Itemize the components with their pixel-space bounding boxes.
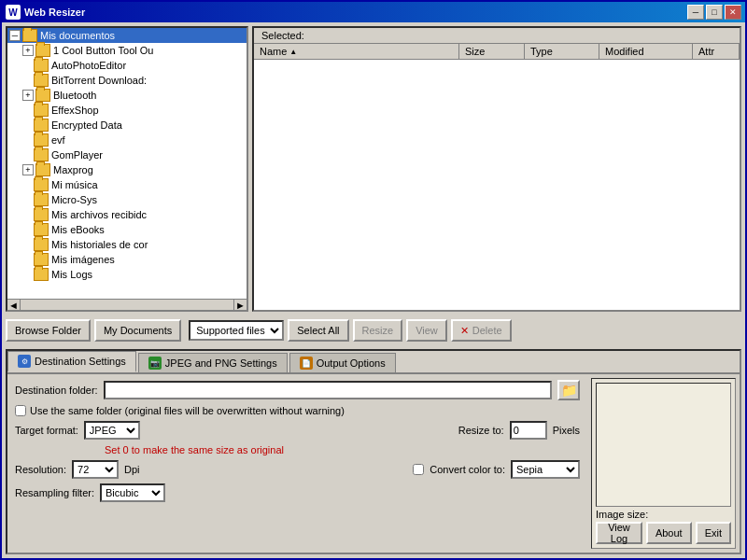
list-item[interactable]: Micro-Sys (7, 192, 247, 207)
tab-destination-label: Destination Settings (35, 356, 126, 367)
delete-label: Delete (472, 325, 502, 336)
resize-to-input[interactable] (510, 421, 547, 440)
main-window: W Web Resizer ─ □ ✕ ─ Mis documentos (0, 0, 747, 560)
item-label: Micro-Sys (51, 194, 97, 205)
folder-icon (34, 208, 49, 221)
list-item[interactable]: Encrypted Data (7, 118, 247, 133)
column-header-size[interactable]: Size (459, 44, 525, 59)
exit-label: Exit (705, 527, 722, 539)
resampling-row: Resampling filter: Bicubic Bilinear Near… (15, 483, 580, 502)
file-filter-select[interactable]: Supported files All files JPEG files PNG… (190, 321, 282, 340)
list-item[interactable]: Mis historiales de cor (7, 237, 247, 252)
convert-color-label: Convert color to: (430, 464, 505, 475)
item-label: Mis imágenes (51, 254, 115, 265)
titlebar: W Web Resizer ─ □ ✕ (2, 2, 745, 22)
browse-folder-button[interactable]: Browse Folder (6, 319, 91, 342)
tree-root[interactable]: ─ Mis documentos (7, 28, 247, 43)
titlebar-buttons: ─ □ ✕ (687, 5, 741, 20)
restore-button[interactable]: □ (706, 5, 723, 20)
list-item[interactable]: + Maxprog (7, 162, 247, 177)
target-format-label: Target format: (15, 425, 78, 436)
hint-text: Set 0 to make the same size as original (105, 444, 284, 455)
exit-button[interactable]: Exit (696, 522, 731, 544)
tab-output[interactable]: 📄 Output Options (289, 353, 396, 372)
tab-jpeg-label: JPEG and PNG Settings (165, 357, 277, 369)
scroll-left-btn[interactable]: ◄ (7, 300, 21, 310)
item-label: GomPlayer (51, 149, 103, 161)
destination-settings-content: Destination folder: 📁 Use the same folde… (7, 374, 587, 553)
item-expander[interactable]: + (22, 90, 34, 101)
image-size-label: Image size: (596, 509, 648, 520)
list-item[interactable]: Mis eBooks (7, 222, 247, 237)
scroll-right-btn[interactable]: ► (233, 300, 247, 310)
file-tree-scroll[interactable]: ─ Mis documentos + 1 Cool Button Tool Ou… (7, 28, 247, 299)
jpeg-tab-icon: 📷 (148, 357, 162, 370)
file-list-body (254, 60, 740, 310)
item-label: Bluetooth (53, 90, 96, 101)
tab-output-label: Output Options (317, 357, 386, 369)
view-log-button[interactable]: View Log (596, 522, 642, 544)
list-item[interactable]: BitTorrent Download: (7, 73, 247, 88)
convert-color-select[interactable]: Sepia Grayscale None (511, 460, 580, 479)
same-folder-checkbox[interactable] (15, 405, 26, 416)
my-documents-label: My Documents (104, 325, 172, 336)
preview-area (596, 383, 731, 507)
dpi-label: Dpi (124, 464, 140, 475)
close-button[interactable]: ✕ (725, 5, 741, 20)
my-documents-button[interactable]: My Documents (94, 319, 181, 342)
folder-icon (34, 238, 49, 251)
list-item[interactable]: + Bluetooth (7, 88, 247, 103)
folder-icon (34, 193, 49, 206)
folder-icon (35, 44, 50, 57)
column-header-type[interactable]: Type (525, 44, 599, 59)
root-expander[interactable]: ─ (9, 30, 21, 41)
folder-icon (35, 163, 50, 176)
column-header-name[interactable]: Name ▲ (254, 44, 459, 59)
list-item[interactable]: GomPlayer (7, 147, 247, 162)
file-filter-dropdown[interactable]: Supported files All files JPEG files PNG… (189, 320, 284, 341)
list-item[interactable]: Mis Logs (7, 267, 247, 282)
item-label: Mi música (51, 179, 98, 190)
destination-folder-input[interactable] (104, 381, 552, 399)
list-item[interactable]: AutoPhotoEditor (7, 58, 247, 73)
item-label: Mis eBooks (51, 224, 105, 235)
convert-color-checkbox[interactable] (413, 464, 424, 475)
item-expander[interactable]: + (22, 164, 34, 175)
list-item[interactable]: + 1 Cool Button Tool Ou (7, 43, 247, 58)
root-folder-icon (22, 29, 37, 42)
list-item[interactable]: Mis archivos recibidc (7, 207, 247, 222)
folder-browse-button[interactable]: 📁 (557, 380, 580, 400)
resolution-select[interactable]: 72 96 150 300 (72, 460, 119, 479)
item-expander[interactable]: + (22, 45, 34, 56)
resize-button[interactable]: Resize (353, 319, 403, 342)
tab-jpeg-png[interactable]: 📷 JPEG and PNG Settings (138, 353, 288, 372)
list-item[interactable]: Mis imágenes (7, 252, 247, 267)
list-item[interactable]: evf (7, 133, 247, 147)
minimize-button[interactable]: ─ (687, 5, 704, 20)
list-item[interactable]: EffexShop (7, 103, 247, 118)
column-header-modified[interactable]: Modified (599, 44, 693, 59)
pixels-label: Pixels (553, 425, 580, 436)
browse-folder-label: Browse Folder (15, 325, 81, 336)
preview-panel: Image size: View Log About Exit (591, 378, 736, 549)
delete-icon: ✕ (460, 325, 469, 337)
tab-destination[interactable]: ⚙ Destination Settings (7, 351, 136, 372)
delete-button[interactable]: ✕ Delete (451, 319, 512, 342)
destination-folder-row: Destination folder: 📁 (15, 380, 580, 400)
select-all-button[interactable]: Select All (288, 319, 348, 342)
file-list-header: Name ▲ Size Type Modified Attr (254, 44, 740, 60)
column-header-attr[interactable]: Attr (693, 44, 740, 59)
view-button[interactable]: View (406, 319, 447, 342)
target-format-select[interactable]: JPEG PNG BMP GIF (84, 421, 140, 440)
sort-arrow-icon: ▲ (289, 48, 297, 56)
list-item[interactable]: Mi música (7, 177, 247, 192)
resampling-select[interactable]: Bicubic Bilinear Nearest (100, 483, 165, 502)
tree-hscroll-track[interactable] (21, 300, 233, 310)
destination-folder-label: Destination folder: (15, 385, 98, 396)
tree-horizontal-scrollbar[interactable]: ◄ ► (7, 299, 247, 310)
folder-icon (34, 178, 49, 191)
resize-to-label: Resize to: (458, 425, 504, 436)
app-icon: W (6, 5, 21, 20)
about-button[interactable]: About (646, 522, 692, 544)
bottom-section-inner: Destination folder: 📁 Use the same folde… (7, 374, 740, 553)
